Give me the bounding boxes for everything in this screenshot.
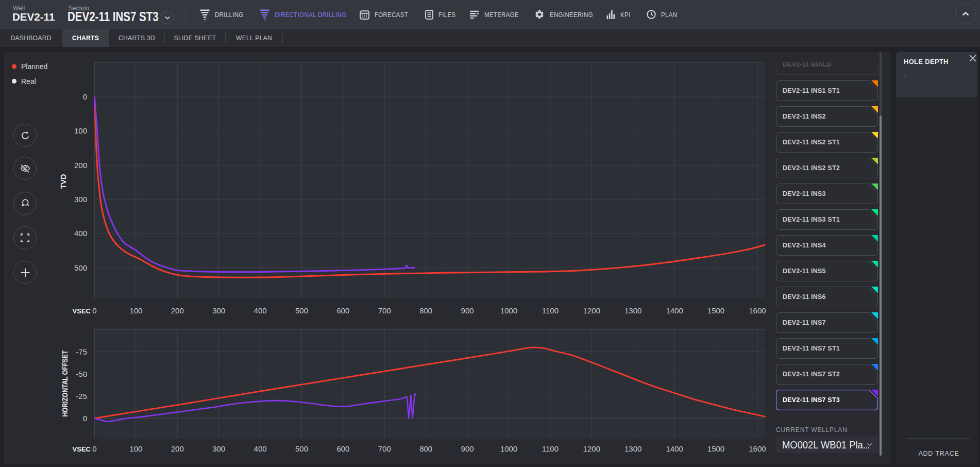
- svg-text:100: 100: [129, 444, 142, 453]
- svg-text:0: 0: [92, 306, 96, 315]
- svg-text:300: 300: [212, 444, 225, 453]
- svg-text:1400: 1400: [666, 444, 683, 453]
- svg-text:700: 700: [378, 306, 391, 315]
- svg-text:600: 600: [336, 306, 349, 315]
- svg-text:1500: 1500: [707, 306, 724, 315]
- svg-text:1600: 1600: [749, 306, 766, 315]
- svg-text:1500: 1500: [707, 444, 724, 453]
- svg-text:HORIZONTAL OFFSET: HORIZONTAL OFFSET: [61, 350, 69, 416]
- svg-text:1200: 1200: [583, 306, 600, 315]
- svg-text:1100: 1100: [542, 444, 559, 453]
- svg-text:500: 500: [295, 444, 308, 453]
- svg-text:500: 500: [295, 306, 308, 315]
- svg-text:700: 700: [378, 444, 391, 453]
- svg-text:300: 300: [74, 195, 87, 204]
- svg-text:TVD: TVD: [59, 174, 67, 189]
- svg-text:200: 200: [171, 444, 184, 453]
- svg-text:1400: 1400: [666, 306, 683, 315]
- svg-text:1200: 1200: [583, 444, 600, 453]
- svg-text:400: 400: [74, 229, 87, 238]
- svg-text:800: 800: [419, 444, 432, 453]
- svg-text:500: 500: [74, 263, 87, 272]
- svg-text:1100: 1100: [542, 306, 559, 315]
- svg-text:Real: Real: [21, 77, 36, 86]
- svg-text:200: 200: [171, 306, 184, 315]
- svg-text:0: 0: [83, 414, 87, 423]
- svg-text:VSEC: VSEC: [73, 445, 91, 453]
- svg-text:1000: 1000: [500, 444, 517, 453]
- svg-text:300: 300: [212, 306, 225, 315]
- svg-text:600: 600: [336, 444, 349, 453]
- svg-text:200: 200: [74, 161, 87, 170]
- svg-text:100: 100: [129, 306, 142, 315]
- svg-text:800: 800: [419, 306, 432, 315]
- svg-text:900: 900: [461, 444, 474, 453]
- svg-text:400: 400: [254, 444, 267, 453]
- svg-text:0: 0: [83, 92, 87, 101]
- svg-text:-25: -25: [76, 392, 87, 401]
- svg-text:1300: 1300: [624, 306, 641, 315]
- svg-text:1000: 1000: [500, 306, 517, 315]
- svg-text:0: 0: [92, 444, 96, 453]
- svg-text:100: 100: [74, 126, 87, 135]
- svg-text:400: 400: [254, 306, 267, 315]
- svg-text:900: 900: [461, 306, 474, 315]
- svg-text:1600: 1600: [749, 444, 766, 453]
- svg-text:1300: 1300: [624, 444, 641, 453]
- svg-text:-75: -75: [76, 347, 87, 356]
- svg-text:Planned: Planned: [21, 62, 47, 71]
- svg-text:VSEC: VSEC: [73, 307, 91, 315]
- svg-text:-50: -50: [76, 370, 87, 378]
